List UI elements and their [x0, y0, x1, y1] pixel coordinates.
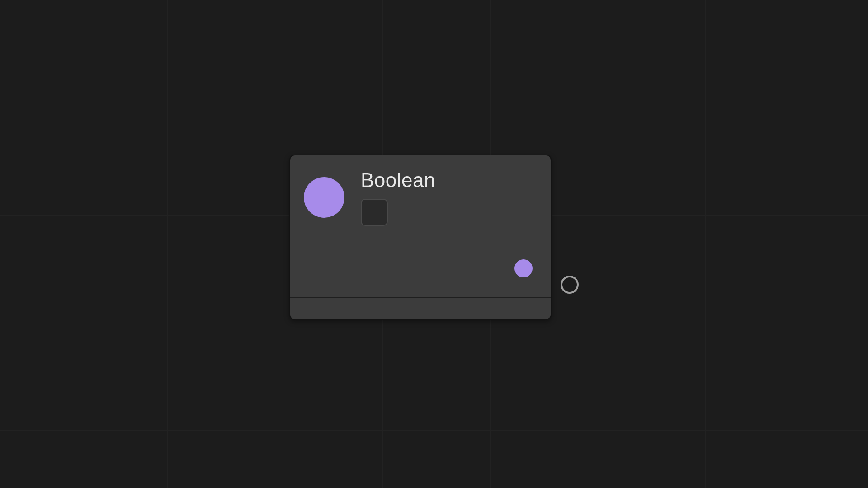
boolean-value-checkbox[interactable]: [361, 199, 388, 226]
boolean-node[interactable]: Boolean: [289, 155, 552, 320]
node-footer: [290, 298, 551, 319]
node-title: Boolean: [361, 169, 435, 192]
node-header-text: Boolean: [361, 169, 435, 226]
node-type-indicator-icon: [304, 177, 344, 218]
node-header: Boolean: [290, 155, 551, 239]
node-output-row: [290, 239, 551, 298]
output-type-indicator-icon: [514, 259, 533, 277]
output-port[interactable]: [561, 276, 579, 294]
